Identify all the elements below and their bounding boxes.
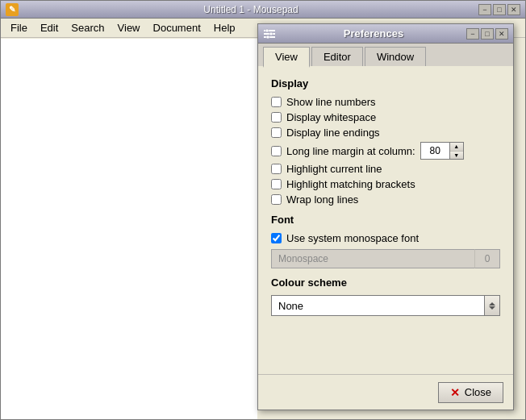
menu-view[interactable]: View: [111, 20, 147, 35]
highlight-matching-brackets-checkbox[interactable]: [271, 179, 282, 189]
svg-point-5: [266, 35, 269, 39]
dropdown-arrow-up-icon: [489, 302, 495, 306]
font-input-row: Monospace 0: [271, 249, 500, 268]
pref-maximize-button[interactable]: □: [481, 28, 494, 40]
show-line-numbers-checkbox[interactable]: [271, 97, 282, 107]
colour-scheme-dropdown-button[interactable]: [484, 295, 500, 316]
menu-edit[interactable]: Edit: [34, 20, 65, 35]
highlight-matching-brackets-row: Highlight matching brackets: [271, 178, 500, 190]
app-icon: ✎: [6, 3, 19, 16]
svg-point-4: [269, 32, 273, 35]
close-preferences-button[interactable]: ✕ Close: [438, 382, 503, 403]
menu-search[interactable]: Search: [65, 20, 111, 35]
long-line-spinbox: 80 ▲ ▼: [420, 142, 464, 160]
main-window-buttons: − □ ✕: [478, 4, 520, 15]
highlight-current-line-row: Highlight current line: [271, 163, 500, 175]
colour-section-title: Colour scheme: [271, 277, 500, 289]
wrap-long-lines-row: Wrap long lines: [271, 193, 500, 206]
long-line-margin-checkbox[interactable]: [271, 146, 282, 156]
use-system-font-row: Use system monospace font: [271, 232, 500, 244]
spinbox-arrows: ▲ ▼: [450, 143, 463, 159]
pref-view-content: Display Show line numbers Display whites…: [258, 68, 513, 326]
use-system-font-label: Use system monospace font: [286, 232, 419, 244]
minimize-button[interactable]: −: [478, 4, 491, 15]
use-system-font-checkbox[interactable]: [271, 233, 282, 243]
pref-footer: ✕ Close: [258, 374, 513, 410]
tab-editor[interactable]: Editor: [311, 47, 363, 66]
spin-up-button[interactable]: ▲: [450, 143, 463, 152]
tab-window[interactable]: Window: [365, 47, 426, 66]
font-section-title: Font: [271, 214, 500, 226]
wrap-long-lines-checkbox[interactable]: [271, 194, 282, 205]
display-whitespace-label: Display whitespace: [286, 111, 376, 123]
highlight-matching-brackets-label: Highlight matching brackets: [286, 178, 415, 190]
show-line-numbers-label: Show line numbers: [286, 96, 376, 108]
close-x-icon: ✕: [450, 386, 460, 399]
pref-close-button[interactable]: ✕: [495, 28, 508, 40]
colour-scheme-value: None: [271, 295, 484, 316]
long-line-margin-row: Long line margin at column: 80 ▲ ▼: [271, 142, 500, 160]
pref-icon: [263, 27, 276, 40]
pref-dialog-title: Preferences: [281, 27, 466, 40]
close-main-button[interactable]: ✕: [507, 4, 520, 15]
display-section-title: Display: [271, 77, 500, 89]
main-window-title: Untitled 1 - Mousepad: [23, 4, 478, 15]
wrap-long-lines-label: Wrap long lines: [286, 193, 358, 206]
menu-help[interactable]: Help: [207, 20, 242, 35]
highlight-current-line-checkbox[interactable]: [271, 164, 282, 174]
highlight-current-line-label: Highlight current line: [286, 163, 382, 175]
long-line-margin-label: Long line margin at column:: [286, 145, 415, 157]
pref-titlebar: Preferences − □ ✕: [258, 24, 513, 44]
close-button-label: Close: [465, 386, 491, 398]
display-whitespace-checkbox[interactable]: [271, 112, 282, 123]
svg-point-3: [265, 29, 269, 32]
display-whitespace-row: Display whitespace: [271, 111, 500, 123]
font-size-display: 0: [474, 249, 500, 268]
show-line-numbers-row: Show line numbers: [271, 96, 500, 108]
font-name-display: Monospace: [271, 249, 474, 268]
pref-minimize-button[interactable]: −: [466, 28, 479, 40]
display-line-endings-row: Display line endings: [271, 127, 500, 139]
spin-down-button[interactable]: ▼: [450, 152, 463, 160]
colour-section: Colour scheme None: [271, 277, 500, 316]
menu-file[interactable]: File: [4, 20, 34, 35]
main-window: ✎ Untitled 1 - Mousepad − □ ✕ File Edit …: [0, 0, 526, 420]
pref-window-buttons: − □ ✕: [466, 28, 508, 40]
dropdown-arrow-down-icon: [489, 306, 495, 310]
display-line-endings-checkbox[interactable]: [271, 127, 282, 138]
colour-dropdown: None: [271, 295, 500, 316]
preferences-dialog: Preferences − □ ✕ View Editor Window Dis…: [257, 23, 514, 410]
main-titlebar: ✎ Untitled 1 - Mousepad − □ ✕: [1, 1, 525, 19]
long-line-value-input[interactable]: 80: [421, 143, 450, 159]
maximize-button[interactable]: □: [493, 4, 506, 15]
font-section: Font Use system monospace font Monospace…: [271, 214, 500, 268]
menu-document[interactable]: Document: [147, 20, 207, 35]
preference-tabs: View Editor Window: [258, 44, 513, 68]
tab-view[interactable]: View: [263, 47, 310, 68]
text-editor-area[interactable]: [1, 39, 257, 419]
display-line-endings-label: Display line endings: [286, 127, 380, 139]
